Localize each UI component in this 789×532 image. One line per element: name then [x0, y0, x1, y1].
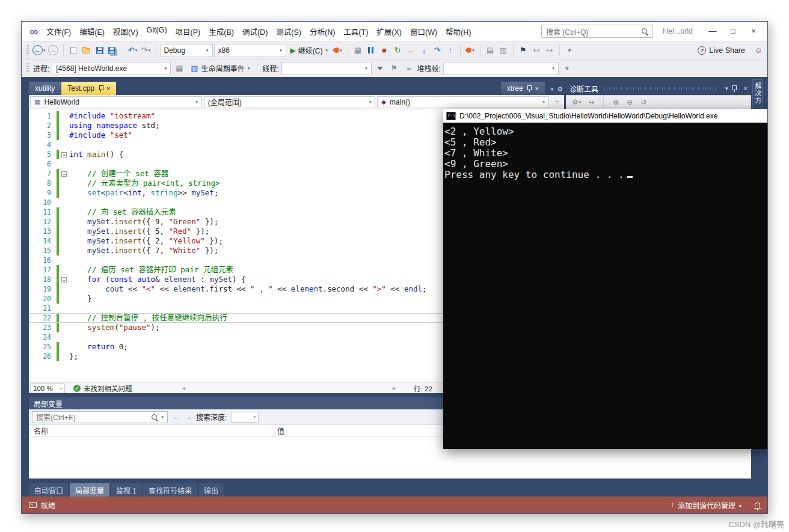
bookmark-button[interactable]: ⚑ [517, 44, 529, 57]
live-share-button[interactable]: ↗Live Share [698, 46, 745, 55]
lifecycle-events-button[interactable]: ▥生命周期事件▾ [188, 62, 252, 75]
export-button[interactable]: ↪ [587, 96, 595, 108]
method-dropdown[interactable]: ◆main()▾ [377, 96, 549, 108]
zoom-dropdown[interactable]: 100 %▾ [30, 384, 65, 393]
chevron-down-icon[interactable]: ▾ [551, 87, 553, 92]
fold-margin[interactable]: - [59, 171, 69, 177]
collapse-icon[interactable]: - [61, 171, 67, 177]
close-icon[interactable]: × [744, 85, 748, 92]
pin-icon[interactable] [527, 85, 532, 92]
document-health[interactable]: ✓ 未找到相关问题 [73, 384, 132, 393]
tool-tab-1[interactable]: 局部变量 [70, 483, 109, 497]
restart-button[interactable]: ↻ [391, 44, 404, 57]
navigate-forward-button[interactable]: → [48, 44, 60, 57]
menu-item-7[interactable]: 测试(S) [272, 24, 305, 39]
fold-margin[interactable]: - [59, 152, 69, 157]
menu-item-5[interactable]: 生成(B) [204, 24, 238, 39]
column-name[interactable]: 名称 [29, 425, 272, 436]
hot-reload-button[interactable]: ▾ [332, 44, 344, 57]
minimize-button[interactable]: — [702, 22, 723, 41]
quick-search-box[interactable]: 搜索 (Ctrl+Q) [541, 25, 653, 38]
show-next-statement-button[interactable]: → [405, 44, 417, 57]
toolbar-overflow-button[interactable]: ▾ [561, 62, 573, 75]
menu-item-2[interactable]: 视图(V) [109, 24, 143, 39]
menu-item-11[interactable]: 窗口(W) [406, 24, 441, 39]
console-output[interactable]: <2 , Yellow><5 , Red><7 , White><9 , Gre… [443, 123, 767, 449]
flag-threads-button[interactable]: ⚑ [388, 62, 401, 75]
fold-margin[interactable]: - [59, 277, 69, 283]
continue-button[interactable]: ▶继续(C)▾ [287, 44, 331, 57]
menu-item-0[interactable]: 文件(F) [42, 24, 75, 39]
locals-search-input[interactable]: 搜索(Ctrl+E) ▾ [32, 411, 168, 423]
step-into-button[interactable]: ↓ [418, 44, 430, 57]
settings-button[interactable]: ⚙▾ [571, 96, 582, 108]
project-dropdown[interactable]: ▦HelloWorld▾ [30, 96, 202, 108]
solution-platforms-combo[interactable]: x86▾ [214, 44, 286, 57]
maximize-button[interactable]: □ [723, 22, 743, 41]
console-titlebar[interactable]: C:\_ D:\002_Project\006_Visual_Studio\He… [443, 109, 767, 123]
new-file-button[interactable] [67, 44, 79, 57]
open-file-button[interactable] [81, 44, 93, 57]
notifications-bell-icon[interactable] [755, 503, 760, 508]
drag-handle[interactable] [604, 87, 716, 90]
split-editor-icon[interactable]: ÷ [551, 98, 563, 106]
tool-tab-0[interactable]: 自动窗口 [29, 483, 69, 497]
search-forward-button[interactable]: → [184, 412, 192, 421]
menu-item-4[interactable]: 项目(P) [171, 24, 205, 39]
gear-icon[interactable]: ⚙ [557, 85, 563, 93]
step-over-button[interactable]: ↷ [431, 44, 443, 57]
pin-icon[interactable] [98, 85, 103, 92]
autohide-tab-solution-explorer[interactable]: 解决方案资源管理器 [752, 79, 763, 108]
save-button[interactable] [94, 44, 106, 57]
document-outline-button[interactable]: ▤ [484, 44, 496, 57]
add-to-source-control-button[interactable]: 添加到源代码管理 [678, 500, 735, 510]
scroll-left-icon[interactable]: ◂ [182, 385, 185, 391]
menu-item-1[interactable]: 编辑(E) [75, 24, 109, 39]
redo-button[interactable]: ↷▾ [140, 44, 152, 57]
scope-dropdown[interactable]: (全局范围)▾ [204, 96, 376, 108]
zoom-out-button[interactable]: ⊖ [625, 96, 634, 108]
break-all-button[interactable] [365, 44, 377, 57]
menu-item-6[interactable]: 调试(D) [238, 24, 272, 39]
toolbar-grip[interactable] [26, 63, 29, 73]
code-map-button[interactable]: ▥ [497, 44, 509, 57]
tool-tab-2[interactable]: 监视 1 [111, 483, 142, 497]
console-window[interactable]: C:\_ D:\002_Project\006_Visual_Studio\He… [443, 109, 767, 449]
tab-xutility[interactable]: xutility [29, 82, 61, 95]
show-diagnostics-button[interactable]: ▦ [352, 44, 364, 57]
menu-item-3[interactable]: Git(G) [143, 24, 171, 39]
close-icon[interactable]: × [106, 85, 110, 92]
tab-testcpp[interactable]: Test.cpp× [61, 82, 116, 95]
close-icon[interactable]: × [535, 85, 539, 92]
search-depth-combo[interactable]: ▾ [231, 412, 259, 423]
process-snapshot-button[interactable]: ▦ [173, 62, 185, 75]
collapse-icon[interactable]: - [61, 152, 67, 157]
stop-debugging-button[interactable]: ■ [378, 44, 390, 57]
toolbar-grip[interactable] [26, 45, 29, 55]
process-combo[interactable]: [4568] HelloWorld.exe▾ [52, 62, 171, 75]
stack-frame-combo[interactable]: ▾ [443, 62, 559, 75]
menu-item-10[interactable]: 扩展(X) [372, 24, 406, 39]
feedback-button[interactable]: ☺ [752, 44, 764, 57]
tab-xtree[interactable]: xtree× [501, 82, 545, 95]
reset-view-button[interactable]: ↺ [639, 96, 648, 108]
undo-button[interactable]: ↶▾ [127, 44, 139, 57]
thread-columns-button[interactable]: ≡ [403, 62, 415, 75]
navigate-back-button[interactable]: ←▾ [32, 44, 46, 57]
tool-tab-4[interactable]: 输出 [198, 483, 224, 497]
zoom-in-button[interactable]: ⊕ [612, 96, 620, 108]
step-out-button[interactable]: ↑ [444, 44, 456, 57]
toolbar-overflow-button[interactable]: ▾ [563, 44, 576, 57]
pin-icon[interactable] [732, 85, 737, 92]
apply-code-changes-button[interactable]: ▾ [464, 44, 476, 57]
diagnostics-header[interactable]: 诊断工具 ▾ × [566, 82, 751, 95]
scroll-right-icon[interactable]: ▸ [393, 385, 396, 391]
thread-filter-button[interactable] [374, 62, 386, 75]
search-back-button[interactable]: ← [172, 412, 180, 421]
menu-item-8[interactable]: 分析(N) [305, 24, 339, 39]
previous-bookmark-button[interactable]: ↤ [530, 44, 542, 57]
chevron-down-icon[interactable]: ▾ [725, 85, 728, 91]
solution-configurations-combo[interactable]: Debug▾ [160, 44, 213, 57]
thread-combo[interactable]: ▾ [281, 62, 372, 75]
collapse-icon[interactable]: - [61, 277, 67, 283]
